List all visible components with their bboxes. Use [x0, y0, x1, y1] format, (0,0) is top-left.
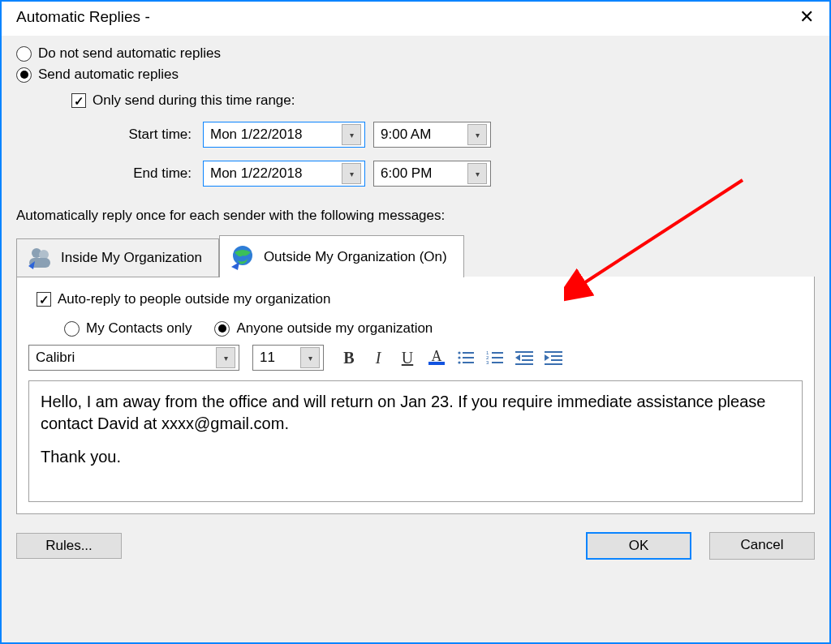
checkbox-auto-reply-outside[interactable]: Auto-reply to people outside my organiza… — [37, 291, 803, 307]
chevron-down-icon[interactable]: ▾ — [216, 347, 235, 368]
svg-rect-9 — [463, 362, 474, 363]
svg-point-8 — [458, 361, 460, 363]
section-message: Automatically reply once for each sender… — [16, 208, 815, 224]
radio-checked-icon — [214, 321, 230, 337]
radio-my-contacts[interactable]: My Contacts only — [64, 320, 192, 337]
checkbox-checked-icon — [37, 292, 51, 307]
svg-rect-13 — [492, 357, 503, 358]
end-time-value: 6:00 PM — [381, 165, 432, 182]
start-time-value: 9:00 AM — [381, 127, 431, 143]
svg-rect-7 — [463, 357, 474, 358]
svg-rect-22 — [551, 359, 562, 361]
message-body-editor[interactable]: Hello, I am away from the office and wil… — [28, 380, 803, 502]
cancel-button[interactable]: Cancel — [709, 532, 815, 560]
italic-button[interactable]: I — [366, 346, 390, 370]
message-line-1: Hello, I am away from the office and wil… — [41, 391, 790, 435]
end-time-label: End time: — [16, 165, 203, 182]
radio-checked-icon — [16, 67, 32, 83]
anyone-outside-label: Anyone outside my organization — [236, 320, 433, 337]
font-name-value: Calibri — [36, 350, 75, 366]
bold-button[interactable]: B — [337, 346, 361, 370]
start-time-combo[interactable]: 9:00 AM ▾ — [373, 122, 491, 148]
radio-icon — [16, 46, 32, 62]
option-time-range[interactable]: Only send during this time range: — [71, 92, 815, 109]
start-date-combo[interactable]: Mon 1/22/2018 ▾ — [203, 122, 365, 148]
tab-inside-org[interactable]: Inside My Organization — [16, 238, 219, 277]
svg-point-6 — [458, 356, 460, 358]
option-send-label: Send automatic replies — [38, 67, 179, 83]
title-bar: Automatic Replies - ✕ — [2, 2, 829, 36]
svg-rect-11 — [492, 352, 503, 354]
chevron-down-icon[interactable]: ▾ — [342, 163, 361, 184]
chevron-down-icon[interactable]: ▾ — [342, 124, 361, 145]
decrease-indent-button[interactable] — [512, 346, 536, 370]
globe-icon — [230, 244, 256, 270]
svg-rect-20 — [545, 351, 562, 353]
svg-rect-15 — [492, 362, 503, 363]
option-do-not-send[interactable]: Do not send automatic replies — [16, 45, 815, 62]
svg-rect-17 — [522, 355, 533, 357]
start-time-label: Start time: — [16, 127, 203, 143]
tab-outside-org-label: Outside My Organization (On) — [264, 249, 447, 265]
svg-text:3: 3 — [486, 360, 489, 365]
tabs: Inside My Organization Outside My Organi… — [16, 235, 815, 277]
format-toolbar: Calibri ▾ 11 ▾ B I U A 1 — [28, 345, 803, 371]
svg-rect-21 — [551, 355, 562, 357]
window-title: Automatic Replies - — [16, 8, 150, 26]
ok-button[interactable]: OK — [586, 532, 691, 560]
close-icon[interactable]: ✕ — [790, 6, 823, 28]
people-icon — [27, 245, 53, 271]
message-line-2: Thank you. — [41, 446, 790, 468]
chevron-down-icon[interactable]: ▾ — [467, 163, 487, 184]
end-date-value: Mon 1/22/2018 — [210, 165, 302, 182]
svg-rect-23 — [545, 363, 562, 365]
option-do-not-send-label: Do not send automatic replies — [38, 45, 221, 62]
font-name-combo[interactable]: Calibri ▾ — [28, 345, 239, 371]
my-contacts-label: My Contacts only — [86, 320, 192, 337]
svg-rect-19 — [515, 363, 533, 365]
auto-reply-outside-label: Auto-reply to people outside my organiza… — [58, 291, 330, 307]
font-color-button[interactable]: A — [424, 346, 449, 370]
svg-point-4 — [458, 351, 460, 354]
end-time-combo[interactable]: 6:00 PM ▾ — [373, 161, 491, 187]
chevron-down-icon[interactable]: ▾ — [300, 347, 320, 368]
font-size-combo[interactable]: 11 ▾ — [252, 345, 324, 371]
start-date-value: Mon 1/22/2018 — [210, 127, 302, 143]
underline-button[interactable]: U — [395, 346, 420, 370]
svg-rect-16 — [515, 351, 533, 353]
svg-rect-5 — [463, 352, 474, 354]
svg-rect-18 — [522, 359, 533, 361]
increase-indent-button[interactable] — [541, 346, 566, 370]
rules-button[interactable]: Rules... — [16, 533, 122, 559]
option-send[interactable]: Send automatic replies — [16, 67, 815, 83]
radio-anyone-outside[interactable]: Anyone outside my organization — [214, 320, 433, 337]
radio-icon — [64, 321, 80, 337]
end-date-combo[interactable]: Mon 1/22/2018 ▾ — [203, 161, 365, 187]
font-size-value: 11 — [260, 350, 275, 366]
tab-outside-org[interactable]: Outside My Organization (On) — [219, 235, 464, 277]
tab-panel-outside: Auto-reply to people outside my organiza… — [16, 277, 815, 514]
bullet-list-button[interactable] — [454, 346, 478, 370]
tab-inside-org-label: Inside My Organization — [61, 250, 202, 266]
numbered-list-button[interactable]: 1 2 3 — [483, 346, 507, 370]
checkbox-checked-icon — [71, 93, 86, 108]
option-time-range-label: Only send during this time range: — [93, 92, 295, 109]
chevron-down-icon[interactable]: ▾ — [467, 124, 487, 145]
